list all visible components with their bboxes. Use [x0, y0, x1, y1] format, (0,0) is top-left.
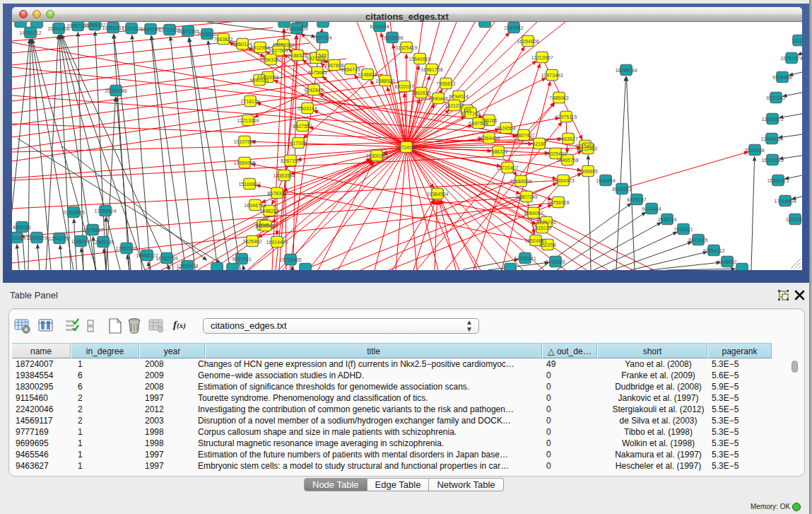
svg-text:8186328: 8186328 [288, 53, 307, 58]
svg-text:8322037: 8322037 [394, 84, 413, 89]
svg-text:11325419: 11325419 [396, 45, 418, 50]
svg-text:17654965: 17654965 [233, 160, 255, 165]
svg-text:19654923: 19654923 [552, 178, 574, 183]
svg-text:9699695: 9699695 [578, 169, 597, 174]
svg-text:19384554: 19384554 [426, 192, 448, 197]
svg-text:8215956: 8215956 [745, 148, 764, 153]
svg-text:11156829: 11156829 [26, 235, 47, 240]
svg-text:1621072: 1621072 [445, 103, 464, 108]
svg-text:12444154: 12444154 [760, 136, 782, 141]
svg-text:9084067: 9084067 [524, 211, 543, 216]
svg-text:1615132: 1615132 [532, 226, 551, 230]
svg-text:14353594: 14353594 [273, 173, 295, 178]
svg-text:18807249: 18807249 [515, 194, 537, 199]
svg-text:16210643: 16210643 [761, 158, 783, 163]
svg-text:17359924: 17359924 [94, 209, 116, 214]
svg-text:16543362: 16543362 [259, 57, 281, 62]
svg-text:16495758: 16495758 [556, 158, 578, 163]
svg-text:19218596: 19218596 [381, 35, 403, 40]
svg-text:7357224: 7357224 [312, 35, 331, 40]
svg-text:14099489: 14099489 [254, 223, 276, 228]
svg-text:9242848: 9242848 [304, 88, 323, 93]
svg-text:3675685: 3675685 [307, 70, 326, 75]
svg-text:16046786: 16046786 [244, 203, 266, 208]
svg-text:3911909: 3911909 [12, 235, 25, 240]
svg-text:917006: 917006 [290, 141, 306, 146]
svg-text:1362615: 1362615 [411, 90, 430, 95]
svg-text:10958107: 10958107 [136, 253, 158, 258]
svg-text:12942757: 12942757 [48, 236, 70, 241]
svg-text:9657791: 9657791 [232, 257, 251, 262]
svg-text:9474444: 9474444 [642, 206, 661, 211]
svg-text:18724007: 18724007 [395, 145, 417, 150]
svg-text:1145194: 1145194 [71, 239, 90, 244]
svg-text:10973493: 10973493 [541, 73, 563, 78]
svg-text:10807467: 10807467 [512, 133, 534, 138]
svg-text:8427552: 8427552 [293, 124, 312, 129]
svg-text:20206576: 20206576 [62, 210, 84, 215]
svg-text:1167531: 1167531 [786, 217, 802, 222]
svg-text:11121: 11121 [792, 38, 802, 43]
svg-text:20053346: 20053346 [105, 88, 126, 93]
svg-text:15166827: 15166827 [238, 182, 260, 187]
svg-text:62160: 62160 [532, 141, 546, 146]
svg-text:14136141: 14136141 [514, 256, 536, 261]
svg-text:8471676: 8471676 [688, 238, 707, 243]
svg-text:18300295: 18300295 [365, 153, 387, 158]
svg-text:16782759: 16782759 [155, 256, 177, 261]
svg-text:16648784: 16648784 [615, 68, 637, 73]
svg-text:10654112: 10654112 [703, 248, 725, 253]
svg-text:12213967: 12213967 [531, 55, 553, 60]
svg-text:15720407: 15720407 [496, 165, 518, 170]
svg-text:8813054: 8813054 [370, 24, 389, 29]
svg-text:7955812: 7955812 [436, 81, 455, 86]
svg-text:6479197: 6479197 [627, 197, 646, 202]
svg-text:2935114: 2935114 [658, 217, 677, 222]
svg-text:9227342: 9227342 [766, 95, 785, 100]
svg-text:16914479: 16914479 [266, 240, 288, 245]
svg-text:20364436: 20364436 [478, 136, 500, 141]
svg-text:9890161: 9890161 [249, 78, 269, 83]
svg-text:16961758: 16961758 [420, 67, 442, 72]
svg-text:6497568: 6497568 [469, 121, 488, 126]
svg-text:8267150: 8267150 [281, 158, 300, 163]
svg-text:6966160: 6966160 [141, 27, 160, 32]
svg-text:10975867: 10975867 [81, 228, 103, 233]
svg-text:10688609: 10688609 [510, 179, 531, 184]
svg-text:12093872: 12093872 [761, 117, 783, 122]
svg-text:546: 546 [318, 53, 326, 58]
svg-text:16154808: 16154808 [517, 39, 539, 44]
svg-text:12213369: 12213369 [237, 118, 259, 123]
svg-text:7625402: 7625402 [242, 239, 261, 244]
svg-text:9329966: 9329966 [772, 75, 792, 80]
svg-text:15640910: 15640910 [408, 57, 430, 62]
svg-text:17016504: 17016504 [774, 199, 796, 204]
svg-text:7485063: 7485063 [549, 95, 568, 100]
svg-text:7663822: 7663822 [213, 37, 233, 42]
svg-text:9115460: 9115460 [579, 146, 598, 151]
svg-text:3498222: 3498222 [259, 209, 278, 214]
svg-text:2087652: 2087652 [504, 25, 523, 30]
svg-text:9327505: 9327505 [269, 48, 288, 53]
svg-text:7632621: 7632621 [673, 227, 693, 232]
svg-text:6120746: 6120746 [536, 220, 555, 225]
svg-text:6794024: 6794024 [449, 94, 468, 99]
svg-text:8912954: 8912954 [250, 45, 269, 50]
svg-text:7515526: 7515526 [197, 32, 216, 37]
svg-text:14055712: 14055712 [19, 30, 41, 35]
svg-text:1527602: 1527602 [122, 26, 141, 31]
svg-text:17957225: 17957225 [115, 246, 137, 251]
svg-text:3624554: 3624554 [496, 126, 515, 131]
svg-text:2803144: 2803144 [298, 106, 317, 111]
svg-text:9245052: 9245052 [717, 259, 736, 264]
svg-text:8454749: 8454749 [341, 67, 360, 72]
svg-text:16671355: 16671355 [177, 29, 199, 34]
svg-text:9146821: 9146821 [358, 72, 377, 77]
svg-text:16033809: 16033809 [286, 26, 307, 31]
svg-text:1588520: 1588520 [375, 78, 394, 83]
svg-text:12905185: 12905185 [92, 240, 114, 245]
svg-text:7386372: 7386372 [488, 149, 507, 154]
svg-text:10025433: 10025433 [544, 151, 566, 156]
svg-text:4859011: 4859011 [13, 225, 32, 230]
svg-text:8938923: 8938923 [612, 187, 631, 192]
